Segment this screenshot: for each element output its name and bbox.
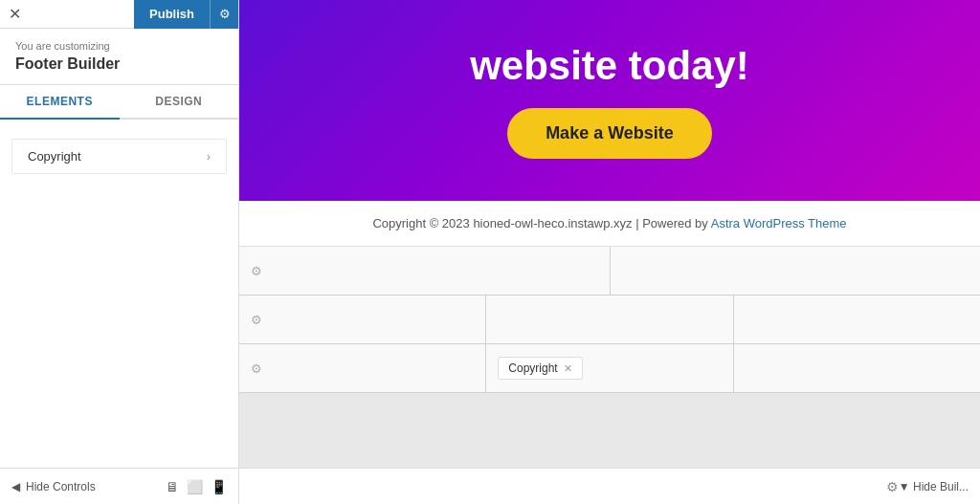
bottom-gear-icon[interactable]: ⚙	[886, 479, 899, 494]
builder-row-1: ⚙	[239, 247, 980, 296]
publish-settings-button[interactable]: ⚙	[210, 0, 238, 29]
widget-close-icon[interactable]: ✕	[564, 362, 572, 375]
builder-cell-2[interactable]	[611, 247, 981, 295]
app-container: ✕ Publish ⚙ You are customizing Footer B…	[0, 0, 980, 504]
tablet-icon[interactable]: ⬜	[187, 479, 203, 494]
builder-cell-4[interactable]	[486, 296, 733, 343]
builder-cell-6[interactable]: ⚙	[239, 344, 486, 392]
footer-copyright-section: Copyright © 2023 hioned-owl-heco.instawp…	[239, 201, 980, 247]
gear-icon[interactable]: ⚙	[251, 362, 262, 376]
sidebar-tabs: ELEMENTS DESIGN	[0, 85, 238, 120]
sidebar-header: ✕ Publish ⚙	[0, 0, 238, 29]
hero-title: website today!	[470, 43, 749, 89]
mobile-icon[interactable]: 📱	[211, 479, 227, 494]
hide-controls-label: Hide Controls	[26, 480, 96, 493]
sidebar: ✕ Publish ⚙ You are customizing Footer B…	[0, 0, 239, 504]
builder-cell-7[interactable]: Copyright ✕	[486, 344, 733, 392]
footer-powered-by-link[interactable]: Astra WordPress Theme	[711, 216, 847, 230]
hide-controls-icon: ◀	[11, 480, 20, 493]
builder-area: ⚙ ⚙ ⚙	[239, 247, 980, 468]
chevron-right-icon: ›	[207, 149, 211, 164]
close-button[interactable]: ✕	[0, 0, 29, 29]
builder-title: Footer Builder	[0, 55, 238, 85]
gear-icon: ⚙	[219, 7, 231, 21]
copyright-item[interactable]: Copyright ›	[11, 139, 227, 174]
builder-cell-3[interactable]: ⚙	[239, 296, 486, 343]
builder-cell-8[interactable]	[734, 344, 980, 392]
gear-icon[interactable]: ⚙	[251, 313, 262, 327]
hide-build-button[interactable]: ▼ Hide Buil...	[899, 480, 969, 493]
main-area: ✕ Publish ⚙ You are customizing Footer B…	[0, 0, 980, 504]
builder-cell-5[interactable]	[734, 296, 980, 343]
hero-section: website today! Make a Website	[239, 0, 980, 201]
hide-controls-button[interactable]: ◀ Hide Controls	[11, 480, 96, 493]
hero-cta-button[interactable]: Make a Website	[507, 108, 712, 159]
sidebar-content: Copyright ›	[0, 120, 238, 468]
footer-copyright-text: Copyright © 2023 hioned-owl-heco.instawp…	[372, 216, 710, 230]
preview-area: website today! Make a Website Copyright …	[239, 0, 980, 504]
preview-bottom-bar: ⚙ ▼ Hide Buil...	[239, 468, 980, 504]
widget-label: Copyright	[508, 362, 557, 375]
device-icons: 🖥 ⬜ 📱	[166, 479, 227, 494]
builder-cell-1[interactable]: ⚙	[239, 247, 611, 295]
gear-icon[interactable]: ⚙	[251, 264, 262, 278]
copyright-label: Copyright	[28, 149, 81, 164]
copyright-widget[interactable]: Copyright ✕	[498, 357, 582, 380]
tab-elements[interactable]: ELEMENTS	[0, 85, 120, 120]
builder-row-3: ⚙ Copyright ✕	[239, 344, 980, 393]
publish-area: Publish ⚙	[134, 0, 238, 29]
customizing-label: You are customizing	[0, 29, 238, 55]
publish-button[interactable]: Publish	[134, 0, 210, 29]
tab-design[interactable]: DESIGN	[120, 85, 239, 118]
desktop-icon[interactable]: 🖥	[166, 479, 179, 494]
sidebar-footer: ◀ Hide Controls 🖥 ⬜ 📱	[0, 468, 238, 504]
builder-row-2: ⚙	[239, 296, 980, 344]
